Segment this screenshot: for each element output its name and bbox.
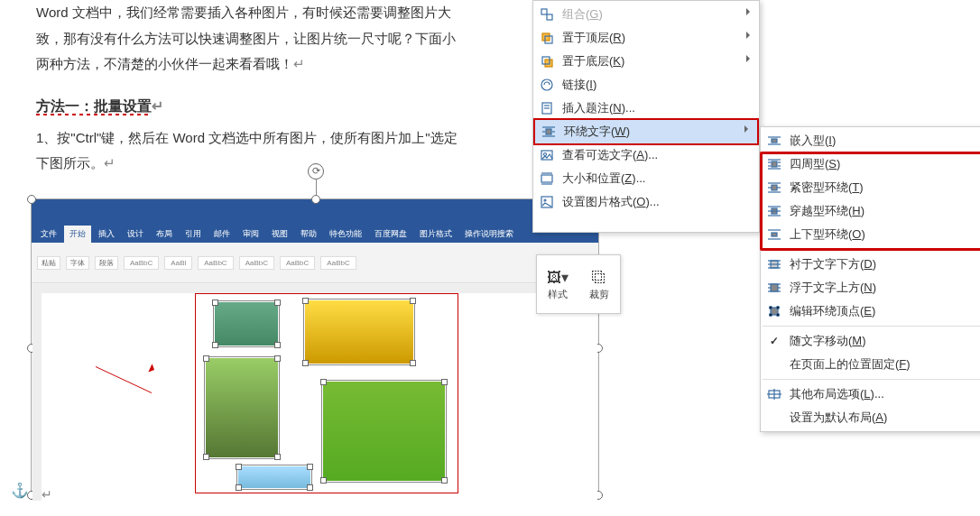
w-through-icon <box>766 203 782 219</box>
menu-item-w-through[interactable]: 穿越型环绕(H) <box>761 199 980 223</box>
sample-image[interactable] <box>214 301 279 346</box>
ribbon-tab[interactable]: 开始 <box>64 226 91 243</box>
para-text: Word 文档中，我们经常需要插入各种图片，有时候还需要调整图片大 <box>36 5 451 20</box>
ribbon-tab[interactable]: 邮件 <box>208 226 236 243</box>
style-preview[interactable]: AaBbC <box>280 256 315 270</box>
ribbon-group[interactable]: 字体 <box>66 256 89 270</box>
menu-item-item9[interactable]: 在页面上的位置固定(F) <box>761 353 980 376</box>
menu-item-w-topbot[interactable]: 上下型环绕(O) <box>761 223 980 246</box>
svg-point-52 <box>770 307 772 309</box>
menu-item-w-square[interactable]: 四周型(S) <box>761 152 980 176</box>
ribbon-tab[interactable]: 插入 <box>93 226 120 243</box>
svg-rect-17 <box>541 175 552 182</box>
menu-item-format[interactable]: 设置图片格式(O)... <box>533 190 759 214</box>
ruler-h <box>32 284 597 293</box>
link-icon <box>539 77 555 93</box>
svg-point-54 <box>770 314 772 317</box>
para-text: 两种方法，不清楚的小伙伴一起来看看哦！ <box>36 56 293 71</box>
tell-me-search[interactable]: 操作说明搜索 <box>459 226 519 243</box>
svg-rect-24 <box>772 139 777 143</box>
sample-image[interactable] <box>237 465 311 489</box>
menu-item-link[interactable]: 链接(I) <box>533 73 759 97</box>
style-preview[interactable]: AaBbC <box>239 256 274 270</box>
menu-item-wrap[interactable]: 环绕文字(W) <box>533 118 759 145</box>
svg-rect-25 <box>772 161 777 167</box>
menu-item-group[interactable]: 组合(G) <box>533 3 759 26</box>
w-inline-icon <box>766 133 782 149</box>
crop-button[interactable]: ⿻ 裁剪 <box>578 255 620 313</box>
ruler-v <box>32 284 42 501</box>
rotate-handle-icon[interactable]: ⟳ <box>308 163 324 180</box>
size-icon <box>539 170 555 187</box>
caption-icon <box>539 100 555 116</box>
menu-item-label: 置于顶层(R) <box>562 30 625 46</box>
red-arrow-annotation <box>96 338 159 374</box>
svg-point-6 <box>541 79 552 90</box>
floating-mini-toolbar[interactable]: 🖼▾ 样式 ⿻ 裁剪 <box>536 254 621 314</box>
menu-item-caption[interactable]: 插入题注(N)... <box>533 97 759 120</box>
ribbon-tab[interactable]: 审阅 <box>237 226 264 243</box>
ribbon-tab[interactable]: 百度网盘 <box>369 226 412 243</box>
menu-item-check[interactable]: ✓随文字移动(M) <box>761 329 980 353</box>
format-icon <box>539 194 555 210</box>
ribbon-group[interactable]: 段落 <box>95 256 118 270</box>
menu-item-label: 其他布局选项(L)... <box>790 386 884 402</box>
crop-label: 裁剪 <box>589 288 609 301</box>
style-preview[interactable]: AaBl <box>164 256 192 270</box>
style-preview[interactable]: AaBbC <box>124 256 159 270</box>
menu-item-label: 查看可选文字(A)... <box>562 147 658 163</box>
menu-item-label: 紧密型环绕(T) <box>790 180 864 196</box>
menu-item-w-behind[interactable]: 衬于文字下方(D) <box>761 253 980 276</box>
style-preview[interactable]: AaBbC <box>198 256 233 270</box>
ribbon-tab[interactable]: 图片格式 <box>414 226 458 243</box>
embedded-word-screenshot[interactable]: ⟳ 文件开始插入设计布局引用邮件审阅视图帮助特色功能百度网盘图片格式操作说明搜索… <box>31 198 599 496</box>
menu-item-w-inline[interactable]: 嵌入型(I) <box>761 129 980 152</box>
w-tight-icon <box>766 180 782 196</box>
svg-rect-1 <box>547 14 552 20</box>
context-menu[interactable]: 组合(G)置于顶层(R)置于底层(K)链接(I)插入题注(N)...环绕文字(W… <box>532 0 760 233</box>
svg-rect-10 <box>546 129 551 134</box>
menu-item-front[interactable]: 置于顶层(R) <box>533 26 759 50</box>
menu-item-w-more[interactable]: 其他布局选项(L)... <box>761 382 980 406</box>
ribbon-tab[interactable]: 引用 <box>180 226 207 243</box>
ribbon-tab[interactable]: 文件 <box>35 226 62 243</box>
resize-handle[interactable] <box>27 195 36 204</box>
cursor-mark: ↵ <box>42 487 52 502</box>
style-preview[interactable]: AaBbC <box>320 256 356 270</box>
ribbon-tab[interactable]: 帮助 <box>295 226 322 243</box>
menu-item-w-front[interactable]: 浮于文字上方(N) <box>761 276 980 299</box>
sample-image[interactable] <box>205 357 279 458</box>
sample-image[interactable] <box>304 299 414 364</box>
menu-item-label: 衬于文字下方(D) <box>790 256 876 272</box>
style-button[interactable]: 🖼▾ 样式 <box>537 255 578 313</box>
blank-icon <box>766 410 782 426</box>
menu-item-item11[interactable]: 设置为默认布局(A) <box>761 406 980 429</box>
menu-item-w-tight[interactable]: 紧密型环绕(T) <box>761 176 980 199</box>
para-text: 致，那有没有什么方法可以快速调整图片，让图片统一尺寸呢？下面小 <box>36 31 456 46</box>
svg-point-16 <box>544 153 547 156</box>
menu-item-label: 在页面上的位置固定(F) <box>790 356 911 373</box>
ribbon-tab[interactable]: 视图 <box>266 226 293 243</box>
ribbon-tab[interactable]: 布局 <box>151 226 178 243</box>
resize-handle[interactable] <box>311 195 320 204</box>
para-mark: ↵ <box>293 56 305 71</box>
sample-image[interactable] <box>322 381 446 482</box>
wrap-text-submenu[interactable]: 嵌入型(I)四周型(S)紧密型环绕(T)穿越型环绕(H)上下型环绕(O)衬于文字… <box>760 126 980 432</box>
menu-item-back[interactable]: 置于底层(K) <box>533 50 759 73</box>
menu-item-size[interactable]: 大小和位置(Z)... <box>533 167 759 190</box>
w-behind-icon <box>766 256 782 272</box>
menu-item-label: 环绕文字(W) <box>564 124 630 140</box>
word-ribbon-panel: 粘贴字体段落AaBbCAaBlAaBbCAaBbCAaBbCAaBbC <box>32 243 598 283</box>
check-icon: ✓ <box>766 333 782 349</box>
ribbon-tab[interactable]: 设计 <box>122 226 149 243</box>
menu-item-alt[interactable]: 查看可选文字(A)... <box>533 143 759 167</box>
menu-item-label: 随文字移动(M) <box>790 333 866 349</box>
ribbon-tab[interactable]: 特色功能 <box>324 226 367 243</box>
back-icon <box>539 53 555 69</box>
menu-item-w-edit[interactable]: 编辑环绕顶点(E) <box>761 299 980 323</box>
alt-icon <box>539 147 555 163</box>
style-label: 样式 <box>548 288 568 301</box>
menu-item-label: 设置图片格式(O)... <box>562 194 660 210</box>
menu-item-label: 四周型(S) <box>790 156 840 172</box>
ribbon-group[interactable]: 粘贴 <box>37 256 60 270</box>
